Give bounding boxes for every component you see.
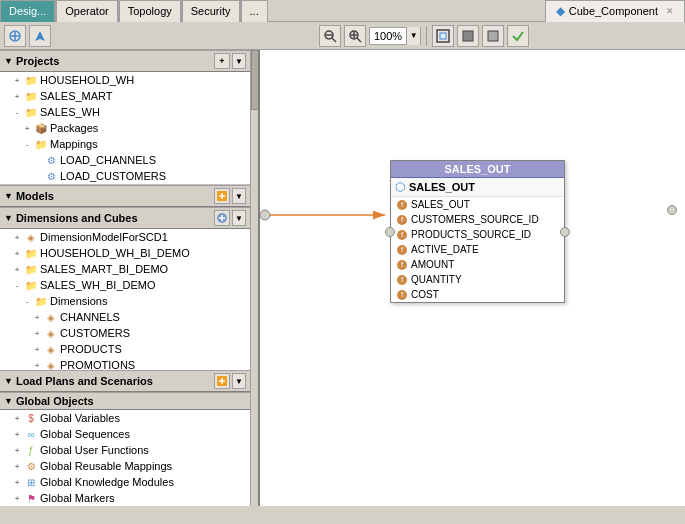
models-section-header[interactable]: ▼ Models ▼ <box>0 185 250 207</box>
tree-item-global-reusable[interactable]: + ⚙ Global Reusable Mappings <box>0 458 250 474</box>
square-btn-1[interactable] <box>457 25 479 47</box>
global-section-header[interactable]: ▼ Global Objects <box>0 392 250 410</box>
tree-item-dim-model-scd1[interactable]: + ◈ DimensionModelForSCD1 <box>0 229 250 245</box>
tree-item-household-bi-demo[interactable]: + 📁 HOUSEHOLD_WH_BI_DEMO <box>0 245 250 261</box>
cube-field-cost[interactable]: f COST <box>391 287 564 302</box>
expand-sales-mart[interactable]: + <box>12 91 22 101</box>
cube-field-quantity[interactable]: f QUANTITY <box>391 272 564 287</box>
projects-add-btn[interactable]: + <box>214 53 230 69</box>
expand-global-reusable[interactable]: + <box>12 461 22 471</box>
models-dropdown-btn[interactable]: ▼ <box>232 188 246 204</box>
svg-rect-11 <box>440 33 446 39</box>
cube-tab-close[interactable]: ✕ <box>666 6 674 16</box>
cube-component-box[interactable]: SALES_OUT ⬡ SALES_OUT f SALES_OUT f CUST… <box>390 160 565 303</box>
tree-item-load-channels[interactable]: ⚙ LOAD_CHANNELS <box>0 152 250 168</box>
expand-customers[interactable]: + <box>32 328 42 338</box>
dimensions-dropdown-btn[interactable]: ▼ <box>232 210 246 226</box>
load-plans-section-header[interactable]: ▼ Load Plans and Scenarios ▼ <box>0 370 250 392</box>
expand-household-bi[interactable]: + <box>12 248 22 258</box>
folder-icon-sales-mart: 📁 <box>24 89 38 103</box>
zoom-dropdown-btn[interactable]: ▼ <box>406 27 420 45</box>
expand-promotions[interactable]: + <box>32 360 42 370</box>
tree-item-sales-mart-bi[interactable]: + 📁 SALES_MART_BI_DEMO <box>0 261 250 277</box>
tree-item-global-markers[interactable]: + ⚑ Global Markers <box>0 490 250 506</box>
field-icon-amount: f <box>397 260 407 270</box>
menu-tab-topology[interactable]: Topology <box>119 0 181 22</box>
expand-global-sequences[interactable]: + <box>12 429 22 439</box>
tree-item-sales-wh[interactable]: - 📁 SALES_WH <box>0 104 250 120</box>
tree-item-products[interactable]: + ◈ PRODUCTS <box>0 341 250 357</box>
menu-tab-security[interactable]: Security <box>182 0 240 22</box>
projects-label: Projects <box>16 55 59 67</box>
load-plans-dropdown-btn[interactable]: ▼ <box>232 373 246 389</box>
dimensions-section-header[interactable]: ▼ Dimensions and Cubes ▼ <box>0 207 250 229</box>
cube-box-title-row[interactable]: ⬡ SALES_OUT <box>391 178 564 197</box>
square-btn-2[interactable] <box>482 25 504 47</box>
folder-icon-sales-wh: 📁 <box>24 105 38 119</box>
expand-sales-wh-bi[interactable]: - <box>12 280 22 290</box>
tree-item-promotions[interactable]: + ◈ PROMOTIONS <box>0 357 250 370</box>
expand-products[interactable]: + <box>32 344 42 354</box>
models-add-btn[interactable] <box>214 188 230 204</box>
menu-tab-design[interactable]: Desig... <box>0 0 55 22</box>
cube-field-active-date[interactable]: f ACTIVE_DATE <box>391 242 564 257</box>
expand-global-markers[interactable]: + <box>12 493 22 503</box>
cube-field-sales-out[interactable]: f SALES_OUT <box>391 197 564 212</box>
menu-tab-operator[interactable]: Operator <box>56 0 117 22</box>
tree-item-global-functions[interactable]: + ƒ Global User Functions <box>0 442 250 458</box>
global-label: Global Objects <box>16 395 94 407</box>
expand-dim-scd1[interactable]: + <box>12 232 22 242</box>
cube-component-tab[interactable]: ◆ Cube_Component ✕ <box>545 0 685 22</box>
projects-section-header[interactable]: ▼ Projects + ▼ <box>0 50 250 72</box>
tree-item-global-variables[interactable]: + $ Global Variables <box>0 410 250 426</box>
expand-sales-mart-bi[interactable]: + <box>12 264 22 274</box>
tree-item-dimensions-folder[interactable]: - 📁 Dimensions <box>0 293 250 309</box>
tree-item-global-sequences[interactable]: + ∞ Global Sequences <box>0 426 250 442</box>
svg-line-7 <box>357 38 361 42</box>
load-plans-add-btn[interactable] <box>214 373 230 389</box>
dimensions-label: Dimensions and Cubes <box>16 212 138 224</box>
tree-item-household-wh[interactable]: + 📁 HOUSEHOLD_WH <box>0 72 250 88</box>
label-channels: CHANNELS <box>60 311 120 323</box>
tree-item-sales-wh-bi[interactable]: - 📁 SALES_WH_BI_DEMO <box>0 277 250 293</box>
expand-mappings[interactable]: - <box>22 139 32 149</box>
tree-item-channels[interactable]: + ◈ CHANNELS <box>0 309 250 325</box>
expand-household-wh[interactable]: + <box>12 75 22 85</box>
zoom-control[interactable]: 100% ▼ <box>369 27 421 45</box>
tree-item-load-customers[interactable]: ⚙ LOAD_CUSTOMERS <box>0 168 250 184</box>
expand-sales-wh[interactable]: - <box>12 107 22 117</box>
func-icon: ƒ <box>24 443 38 457</box>
label-packages: Packages <box>50 122 98 134</box>
expand-global-km[interactable]: + <box>12 477 22 487</box>
global-tree: + $ Global Variables + ∞ Global Sequence… <box>0 410 250 506</box>
canvas-area[interactable]: SALES_OUT ⬡ SALES_OUT f SALES_OUT f CUST… <box>260 50 685 506</box>
fit-btn[interactable] <box>432 25 454 47</box>
expand-packages[interactable]: + <box>22 123 32 133</box>
validate-btn[interactable] <box>507 25 529 47</box>
scrollbar-thumb[interactable] <box>251 50 258 110</box>
menu-tab-more[interactable]: ... <box>241 0 268 22</box>
svg-line-4 <box>332 38 336 42</box>
expand-global-functions[interactable]: + <box>12 445 22 455</box>
toolbar-btn-2[interactable] <box>29 25 51 47</box>
tree-item-packages[interactable]: + 📦 Packages <box>0 120 250 136</box>
tree-item-mappings[interactable]: - 📁 Mappings <box>0 136 250 152</box>
expand-dimensions-folder[interactable]: - <box>22 296 32 306</box>
menu-bar: Desig... Operator Topology Security ... … <box>0 0 685 22</box>
cube-field-amount[interactable]: f AMOUNT <box>391 257 564 272</box>
expand-global-variables[interactable]: + <box>12 413 22 423</box>
label-load-channels: LOAD_CHANNELS <box>60 154 156 166</box>
left-panel-scrollbar[interactable] <box>250 50 258 506</box>
zoom-out-btn[interactable] <box>319 25 341 47</box>
dim-icon-channels: ◈ <box>44 310 58 324</box>
projects-dropdown-btn[interactable]: ▼ <box>232 53 246 69</box>
tree-item-global-km[interactable]: + ⊞ Global Knowledge Modules <box>0 474 250 490</box>
cube-field-products-source[interactable]: f PRODUCTS_SOURCE_ID <box>391 227 564 242</box>
zoom-in-btn[interactable] <box>344 25 366 47</box>
cube-field-customers-source[interactable]: f CUSTOMERS_SOURCE_ID <box>391 212 564 227</box>
dimensions-add-btn[interactable] <box>214 210 230 226</box>
expand-channels[interactable]: + <box>32 312 42 322</box>
tree-item-customers[interactable]: + ◈ CUSTOMERS <box>0 325 250 341</box>
tree-item-sales-mart[interactable]: + 📁 SALES_MART <box>0 88 250 104</box>
toolbar-btn-1[interactable] <box>4 25 26 47</box>
